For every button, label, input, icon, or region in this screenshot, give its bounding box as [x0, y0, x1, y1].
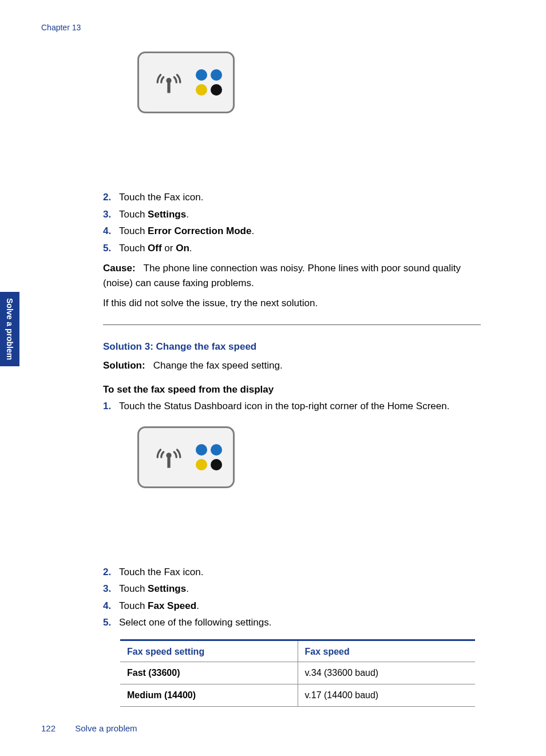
dot-blue	[196, 69, 207, 81]
step-number: 3.	[103, 581, 119, 596]
step-item: 4. Touch Fax Speed.	[103, 599, 481, 613]
step-number: 3.	[103, 207, 119, 222]
svg-rect-1	[167, 82, 170, 93]
step-item: 2. Touch the Fax icon.	[103, 565, 481, 580]
page-number: 122	[41, 723, 56, 733]
status-dashboard-graphic	[137, 52, 235, 113]
step-item: 1. Touch the Status Dashboard icon in th…	[103, 399, 481, 414]
dot-blue	[211, 69, 222, 81]
step-text: Touch the Status Dashboard icon in the t…	[119, 399, 481, 414]
svg-rect-3	[167, 457, 170, 468]
steps-list-ecm: 2. Touch the Fax icon. 3. Touch Settings…	[103, 190, 481, 255]
dot-black	[211, 84, 222, 96]
table-header: Fax speed	[298, 640, 475, 662]
table-cell-value: v.34 (33600 baud)	[298, 662, 475, 684]
side-tab-label: Solve a problem	[5, 298, 14, 360]
step-item: 5. Select one of the following settings.	[103, 615, 481, 630]
step-item: 3. Touch Settings.	[103, 581, 481, 596]
svg-point-2	[166, 453, 171, 458]
step-number: 1.	[103, 399, 119, 414]
table-cell-label: Fast (33600)	[120, 662, 298, 684]
main-content: 2. Touch the Fax icon. 3. Touch Settings…	[103, 52, 481, 707]
side-tab: Solve a problem	[0, 292, 19, 366]
step-number: 4.	[103, 224, 119, 239]
table-row: Fast (33600) v.34 (33600 baud)	[120, 662, 475, 684]
step-item: 4. Touch Error Correction Mode.	[103, 224, 481, 239]
step-number: 2.	[103, 565, 119, 580]
wireless-icon	[150, 64, 188, 101]
table-cell-value: v.17 (14400 baud)	[298, 684, 475, 706]
step-text: Touch the Fax icon.	[119, 190, 481, 205]
step-text: Touch Settings.	[119, 207, 481, 222]
step-number: 2.	[103, 190, 119, 205]
table-cell-label: Medium (14400)	[120, 684, 298, 706]
dot-blue	[196, 444, 207, 456]
dot-blue	[211, 444, 222, 456]
solution-heading: Solution 3: Change the fax speed	[103, 341, 481, 353]
solution-paragraph: Solution: Change the fax speed setting.	[103, 358, 481, 373]
chapter-header: Chapter 13	[41, 23, 81, 32]
dot-black	[211, 459, 222, 470]
steps-list-speed-a: 1. Touch the Status Dashboard icon in th…	[103, 399, 481, 414]
step-number: 5.	[103, 615, 119, 630]
ink-dots-icon	[196, 444, 222, 470]
step-item: 5. Touch Off or On.	[103, 241, 481, 256]
step-text: Touch Error Correction Mode.	[119, 224, 481, 239]
ink-dots-icon	[196, 69, 222, 96]
cause-paragraph: Cause: The phone line connection was noi…	[103, 261, 481, 290]
footer-section-name: Solve a problem	[75, 723, 137, 733]
status-dashboard-graphic	[137, 426, 235, 488]
table-header: Fax speed setting	[120, 640, 298, 662]
svg-point-0	[166, 78, 171, 83]
steps-list-speed-b: 2. Touch the Fax icon. 3. Touch Settings…	[103, 565, 481, 630]
cause-label: Cause:	[103, 263, 136, 274]
table-row: Medium (14400) v.17 (14400 baud)	[120, 684, 475, 706]
dot-yellow	[196, 84, 207, 96]
cause-text: The phone line connection was noisy. Pho…	[103, 263, 461, 288]
step-number: 4.	[103, 599, 119, 613]
solution-text: Change the fax speed setting.	[153, 360, 283, 371]
page-footer: 122 Solve a problem	[41, 723, 137, 733]
step-number: 5.	[103, 241, 119, 256]
fax-speed-table: Fax speed setting Fax speed Fast (33600)…	[120, 639, 475, 707]
section-divider	[103, 324, 481, 325]
solution-label: Solution:	[103, 360, 145, 371]
step-text: Select one of the following settings.	[119, 615, 481, 630]
step-item: 2. Touch the Fax icon.	[103, 190, 481, 205]
step-text: Touch Settings.	[119, 581, 481, 596]
step-item: 3. Touch Settings.	[103, 207, 481, 222]
wireless-icon	[150, 438, 188, 476]
subheading: To set the fax speed from the display	[103, 384, 481, 395]
table-header-row: Fax speed setting Fax speed	[120, 640, 475, 662]
step-text: Touch Off or On.	[119, 241, 481, 256]
followup-text: If this did not solve the issue, try the…	[103, 296, 481, 311]
step-text: Touch the Fax icon.	[119, 565, 481, 580]
step-text: Touch Fax Speed.	[119, 599, 481, 613]
dot-yellow	[196, 459, 207, 470]
